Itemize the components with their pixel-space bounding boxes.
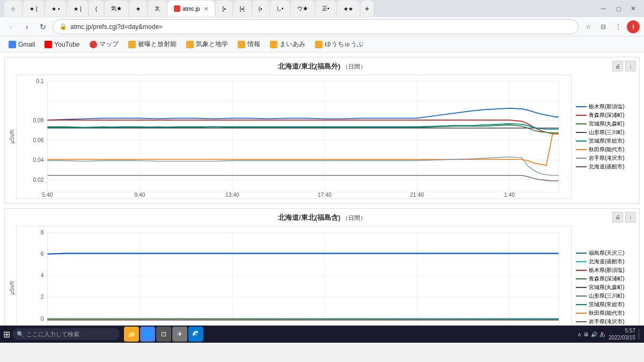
bookmark-folder4-label: まいあみ <box>280 40 305 49</box>
tab-new[interactable]: + <box>361 1 374 17</box>
tab-3[interactable]: ★ ▪ <box>45 1 66 17</box>
system-tray-network[interactable]: 🖥 <box>583 331 589 337</box>
chart1-download-button[interactable]: ↓ <box>625 61 636 71</box>
chart2-download-button[interactable]: ↓ <box>625 212 636 223</box>
legend2-label-5: 宮城県(丸森町) <box>589 284 625 291</box>
legend2-item-2: 北海道(函館市) <box>576 258 635 265</box>
tab-7[interactable]: ★ <box>129 1 147 17</box>
close-button[interactable]: ✕ <box>627 2 640 15</box>
address-bar[interactable]: 🔒 atmc.jp/prefs.cgi?d=day&mode= <box>53 19 579 34</box>
svg-text:8: 8 <box>41 229 44 235</box>
taskbar: ⊞ 🔍 ここに入力して検索 📁 🌐 ⊡ ✈ 🌊 ∧ 🖥 🔊 あ 5:57 202… <box>0 326 644 343</box>
legend-item-8: 北海道(函館市) <box>576 163 635 171</box>
tab-16[interactable]: ★★ <box>337 1 360 17</box>
taskbar-search[interactable]: 🔍 ここに入力して検索 <box>12 328 120 340</box>
profile-avatar[interactable]: I <box>627 20 640 33</box>
legend-item-1: 栃木県(那須塩) <box>576 103 635 110</box>
svg-text:17:40: 17:40 <box>318 192 332 198</box>
tab-6[interactable]: 気★ <box>105 1 128 17</box>
legend-item-5: 茨城県(常総市) <box>576 137 635 145</box>
maximize-button[interactable]: ▢ <box>612 2 625 15</box>
legend-line-5 <box>576 141 587 142</box>
svg-text:9:40: 9:40 <box>135 192 145 198</box>
bookmark-gmail[interactable]: Gmail <box>4 40 39 49</box>
legend2-line-3 <box>576 270 587 271</box>
bookmark-folder-2[interactable]: 気象と地学 <box>182 39 232 50</box>
bookmark-maps[interactable]: マップ <box>85 39 123 50</box>
legend-line-2 <box>576 115 587 116</box>
tab-15[interactable]: 正▪ <box>316 1 336 17</box>
tab-12[interactable]: (▪ <box>252 1 269 17</box>
start-button[interactable]: ⊞ <box>3 329 10 339</box>
maps-icon <box>90 41 97 48</box>
legend-label-4: 山形県(三川町) <box>589 129 625 136</box>
svg-text:0: 0 <box>41 315 44 321</box>
chart1-print-button[interactable]: 🖨 <box>612 61 623 71</box>
tab-8[interactable]: 太 <box>148 1 166 17</box>
system-lang-indicator[interactable]: あ <box>599 330 605 338</box>
tab-1[interactable]: ☆ <box>4 1 22 17</box>
chart1-with-legend: 0.1 0.08 0.06 0.04 0.02 5:40 9:40 13:40 … <box>16 75 635 199</box>
profile-tab-icon[interactable]: ⊟ <box>597 20 610 33</box>
legend2-label-1: 福島県(天沢三) <box>589 249 625 257</box>
tab-14[interactable]: ウ★ <box>291 1 314 17</box>
system-tray-expand[interactable]: ∧ <box>577 331 581 337</box>
svg-text:2: 2 <box>41 294 44 300</box>
tab-4[interactable]: ★ | <box>67 1 87 17</box>
back-button[interactable]: ‹ <box>4 20 17 33</box>
tab-2[interactable]: ★ ( <box>23 1 44 17</box>
svg-text:4: 4 <box>41 272 44 278</box>
chart1-svg: 0.1 0.08 0.06 0.04 0.02 5:40 9:40 13:40 … <box>16 75 572 199</box>
taskbar-app-4[interactable]: ✈ <box>172 327 187 342</box>
minimize-button[interactable]: ─ <box>597 2 610 15</box>
tab-5[interactable]: ( <box>89 1 104 17</box>
taskbar-chrome-icon[interactable]: 🌐 <box>140 327 155 342</box>
bookmark-folder-5[interactable]: ゆうちゅうぶ <box>311 39 368 50</box>
show-desktop-button[interactable] <box>639 329 641 339</box>
bookmark-youtube[interactable]: YouTube <box>40 40 84 49</box>
legend-item-7: 岩手県(滝沢市) <box>576 154 635 162</box>
bookmark-folder-4[interactable]: まいあみ <box>266 39 310 50</box>
bookmark-folder-1[interactable]: 被曝と放射能 <box>124 39 181 50</box>
bookmark-folder3-label: 情報 <box>247 40 260 49</box>
legend2-line-9 <box>576 321 587 322</box>
bookmark-gmail-label: Gmail <box>18 41 35 48</box>
legend2-item-3: 栃木県(那須塩) <box>576 267 635 274</box>
taskbar-apps: 📁 🌐 ⊡ ✈ 🌊 <box>124 327 203 342</box>
forward-button[interactable]: › <box>20 20 33 33</box>
bookmark-star-icon[interactable]: ☆ <box>582 20 595 33</box>
taskbar-clock[interactable]: 5:57 2022/03/15 <box>609 327 635 341</box>
svg-text:1:40: 1:40 <box>504 192 515 198</box>
chart2-print-button[interactable]: 🖨 <box>612 212 623 223</box>
svg-text:0.08: 0.08 <box>33 117 43 123</box>
tab-active[interactable]: atmc.jp ✕ <box>167 1 215 17</box>
taskbar-edge-icon[interactable]: 🌊 <box>188 327 203 342</box>
gmail-icon <box>9 41 16 48</box>
tab-11[interactable]: [▪| <box>233 1 251 17</box>
chart1-title: 北海道/東北(福島外) （日間） <box>9 62 635 71</box>
chart2-y-label: μSv/h <box>9 226 15 326</box>
folder-icon-5 <box>315 41 323 48</box>
legend2-label-9: 岩手県(滝沢市) <box>589 318 625 326</box>
chart1-legend: 栃木県(那須塩) 青森県(深浦町) 宮城県(丸森町) 山形県(三川町) <box>576 75 635 199</box>
refresh-button[interactable]: ↻ <box>36 20 49 33</box>
legend2-label-3: 栃木県(那須塩) <box>589 267 625 274</box>
chart2-area: μSv/h <box>9 226 635 326</box>
tab-10[interactable]: [▪ <box>216 1 232 17</box>
legend2-item-4: 青森県(深浦町) <box>576 275 635 283</box>
taskbar-app-3[interactable]: ⊡ <box>156 327 171 342</box>
taskbar-explorer-icon[interactable]: 📁 <box>124 327 139 342</box>
legend-line-6 <box>576 149 587 150</box>
legend2-label-6: 山形県(三川町) <box>589 292 625 300</box>
bookmark-folder5-label: ゆうちゅうぶ <box>325 40 363 49</box>
system-tray: ∧ 🖥 🔊 あ <box>577 330 605 338</box>
tab-13[interactable]: し▪ <box>270 1 290 17</box>
bookmark-folder-3[interactable]: 情報 <box>233 39 265 50</box>
legend-label-5: 茨城県(常総市) <box>589 137 625 145</box>
legend2-line-6 <box>576 295 587 297</box>
legend2-item-6: 山形県(三川町) <box>576 292 635 300</box>
legend2-line-2 <box>576 261 587 262</box>
system-tray-sound[interactable]: 🔊 <box>591 331 597 337</box>
browser-menu-icon[interactable]: ⋮ <box>612 20 625 33</box>
legend-label-6: 秋田県(能代市) <box>589 146 625 153</box>
